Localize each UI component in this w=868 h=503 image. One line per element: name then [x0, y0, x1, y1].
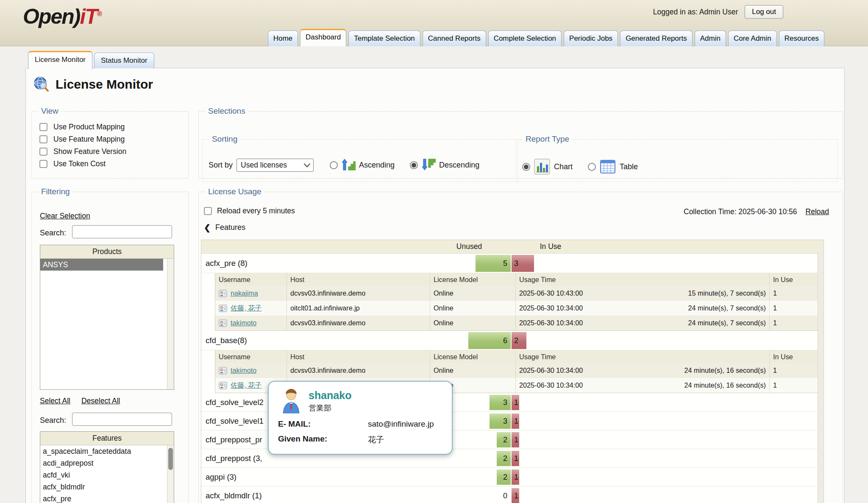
features-scrollbar-thumb[interactable] [168, 448, 173, 470]
feature-item-acfx-pre[interactable]: acfx_pre [40, 493, 174, 503]
nav-tab-admin[interactable]: Admin [695, 31, 726, 46]
license-model-cell: Online [430, 301, 516, 316]
use-token-cost-row: Use Token Cost [39, 159, 185, 168]
reload-row: Reload every 5 minutes [204, 207, 295, 215]
products-list: Products ANSYS [40, 245, 174, 390]
username-link[interactable]: nakajima [231, 289, 258, 297]
reload-link[interactable]: Reload [806, 207, 829, 216]
username-cell: takimoto [215, 316, 287, 330]
username-cell: takimoto [215, 363, 287, 378]
products-scrollbar[interactable] [167, 259, 174, 389]
usage-time-cell: 2025-06-30 10:34:0024 minute(s), 7 secon… [516, 301, 770, 316]
nav-tab-dashboard[interactable]: Dashboard [300, 29, 346, 46]
feature-item-acdi-adprepost[interactable]: acdi_adprepost [40, 457, 174, 469]
nav-tab-complete-selection[interactable]: Complete Selection [488, 31, 562, 46]
tooltip-email-row: E- MAIL: sato@infiniware.jp [278, 419, 442, 429]
feature-row-acfx-bldmdlr[interactable]: acfx_bldmdlr (1) 0 1 [201, 486, 823, 503]
given-name-value: 花子 [368, 434, 384, 445]
unused-count: 3 [503, 416, 507, 425]
use-feature-mapping-checkbox[interactable] [39, 135, 47, 143]
logout-button[interactable]: Log out [745, 5, 783, 19]
email-value: sato@infiniware.jp [368, 419, 434, 429]
features-search-input[interactable] [72, 413, 172, 426]
detail-header-row: Username Host License Model Usage Time I… [215, 273, 818, 286]
features-list-header: Features [40, 432, 174, 445]
username-link[interactable]: takimoto [231, 319, 256, 327]
table-radio[interactable] [588, 163, 596, 171]
ascending-radio[interactable] [330, 161, 338, 169]
user-icon [219, 381, 227, 390]
products-list-header: Products [40, 245, 174, 259]
feature-item-acfx-bldmdlr[interactable]: acfx_bldmdlr [40, 481, 174, 493]
nav-tab-resources[interactable]: Resources [779, 31, 824, 46]
page-title: License Monitor [56, 77, 153, 92]
use-product-mapping-checkbox[interactable] [39, 123, 47, 131]
registered-mark: ® [97, 10, 102, 17]
username-link[interactable]: 佐藤, 花子 [231, 381, 262, 390]
feature-name: cfd_preppost_pr [206, 435, 262, 444]
features-list-body: a_spaceclaim_faceteddata acdi_adprepost … [40, 445, 174, 503]
username-link[interactable]: 佐藤, 花子 [231, 304, 262, 313]
unused-count: 2 [503, 454, 507, 463]
feature-name: cfd_solve_level1 [206, 416, 264, 426]
feature-item-acfd-vki[interactable]: acfd_vki [40, 469, 174, 481]
inuse-count: 1 [514, 491, 518, 500]
usage-table-header: Unused In Use [201, 240, 823, 254]
tab-license-monitor[interactable]: License Monitor [28, 51, 92, 69]
nav-tab-home[interactable]: Home [268, 31, 298, 46]
license-model-cell: Online [430, 286, 516, 301]
report-type-section: Report Type Chart [516, 134, 838, 182]
table-row: takimoto dcvsv03.infiniware.demo Online … [215, 316, 818, 330]
usage-duration: 24 minute(s), 7 second(s) [688, 319, 766, 327]
nav-tab-canned-reports[interactable]: Canned Reports [423, 31, 486, 46]
filtering-section: Filtering Clear Selection Search: Produc… [31, 187, 189, 503]
nav-tab-periodic-jobs[interactable]: Periodic Jobs [564, 31, 618, 46]
nav-tab-generated-reports[interactable]: Generated Reports [620, 31, 693, 46]
product-item-ansys[interactable]: ANSYS [40, 259, 163, 271]
usage-time-cell: 2025-06-30 10:34:0024 minute(s), 16 seco… [516, 363, 770, 378]
products-search-input[interactable] [72, 225, 172, 238]
reload-every-label: Reload every 5 minutes [217, 207, 295, 215]
chart-label: Chart [554, 162, 573, 171]
descending-radio[interactable] [410, 161, 418, 169]
license-model-header: License Model [430, 273, 516, 286]
selections-section: Selections Sorting Sort by Used licenses [198, 106, 843, 179]
feature-item-a-spaceclaim[interactable]: a_spaceclaim_faceteddata [40, 445, 174, 457]
sort-by-value: Used licenses [241, 161, 287, 170]
table-row: nakajima dcvsv03.infiniware.demo Online … [215, 286, 818, 301]
inuse-count: 1 [514, 454, 518, 463]
usage-duration: 24 minute(s), 7 second(s) [688, 304, 766, 312]
usage-start: 2025-06-30 10:34:00 [519, 366, 583, 374]
use-token-cost-checkbox[interactable] [39, 160, 47, 168]
features-search-label: Search: [40, 416, 66, 425]
feature-row-acfx-pre[interactable]: acfx_pre (8) 5 3 [201, 254, 823, 273]
deselect-all-link[interactable]: Deselect All [81, 397, 120, 405]
reload-checkbox[interactable] [204, 207, 212, 215]
sort-by-select[interactable]: Used licenses [236, 159, 314, 172]
show-feature-version-label: Show Feature Version [53, 147, 126, 156]
license-usage-section: License Usage Reload every 5 minutes Col… [198, 187, 843, 503]
feature-row-agppi[interactable]: agppi (3) 2 1 [201, 468, 823, 486]
usage-table: Unused In Use acfx_pre (8) 5 3 Username … [201, 240, 824, 503]
usage-scrollbar[interactable] [818, 253, 823, 503]
in-use-header: In Use [770, 350, 818, 363]
username-link[interactable]: takimoto [231, 366, 256, 374]
nav-tab-template-selection[interactable]: Template Selection [348, 31, 420, 46]
in-use-cell: 1 [770, 363, 818, 378]
chart-radio[interactable] [522, 163, 530, 171]
tab-status-monitor[interactable]: Status Monitor [94, 53, 154, 68]
feature-row-cfd-base[interactable]: cfd_base(8) 6 2 [201, 331, 823, 350]
unused-header: Unused [440, 242, 499, 251]
features-scrollbar[interactable] [167, 445, 174, 503]
report-type-controls: Chart Table [522, 158, 638, 175]
select-all-link[interactable]: Select All [40, 397, 70, 405]
sorting-controls: Sort by Used licenses Ascending [209, 158, 479, 172]
given-name-label: Given Name: [278, 434, 368, 445]
unused-bar [490, 414, 511, 429]
clear-selection-link[interactable]: Clear Selection [40, 212, 90, 221]
show-feature-version-checkbox[interactable] [39, 148, 47, 156]
nav-tab-core-admin[interactable]: Core Admin [728, 31, 777, 46]
back-chevron-icon: ❮ [204, 223, 211, 232]
user-icon [219, 366, 227, 375]
features-back-link[interactable]: ❮ Features [204, 223, 245, 232]
